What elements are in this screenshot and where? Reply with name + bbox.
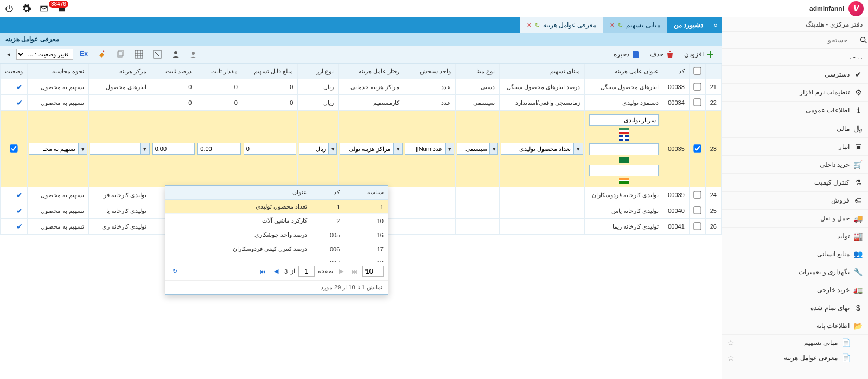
col-calc[interactable]: نحوه محاسبه: [28, 64, 89, 79]
pager-first[interactable]: ⏮: [258, 267, 268, 276]
edit-unit-input[interactable]: [405, 143, 445, 155]
mail-button[interactable]: [39, 4, 49, 14]
sidebar-sub-avamel[interactable]: 📄معرفی عوامل هزینه☆: [722, 350, 856, 365]
sidebar-item-sales[interactable]: 🏷فروش: [722, 192, 868, 210]
sidebar-item-purchase[interactable]: 🛒خرید داخلی: [722, 156, 868, 174]
flag-sa-icon[interactable]: [619, 157, 629, 163]
tab-mabani[interactable]: مبانی تسهیم↻✕: [603, 17, 666, 33]
basis-dropdown[interactable]: ▾: [573, 143, 583, 155]
edit-title-en-input[interactable]: [589, 143, 659, 155]
flag-ir-icon[interactable]: [619, 128, 629, 134]
mabna-dropdown[interactable]: ▾: [490, 143, 499, 155]
calc-dropdown[interactable]: ▾: [78, 143, 87, 155]
sidebar-item-top[interactable]: . . - .: [722, 49, 868, 66]
unit-dropdown[interactable]: ▾: [445, 143, 454, 155]
tool-user-icon[interactable]: [168, 48, 184, 61]
tool-chevron-left[interactable]: ◂: [3, 48, 14, 60]
table-row[interactable]: 22 00034 دستمزد تولیدی زمانسنجی واقعی/اس…: [1, 95, 722, 111]
sidebar-item-transport[interactable]: 🚚حمل و نقل: [722, 210, 868, 228]
popup-row[interactable]: 16005درصد واحد جوشکاری: [165, 228, 388, 242]
sidebar-item-production[interactable]: 🏭تولید: [722, 228, 868, 245]
col-title[interactable]: عنوان عامل هزینه: [584, 64, 663, 79]
col-unit[interactable]: واحد سنجش: [404, 64, 456, 79]
popup-col-title[interactable]: عنوان: [165, 186, 311, 200]
row-checkbox[interactable]: [693, 98, 701, 106]
popup-col-code[interactable]: کد: [311, 186, 344, 200]
tool-grid-icon[interactable]: [131, 48, 147, 61]
edit-title-input[interactable]: [589, 114, 659, 126]
flag-gb-icon[interactable]: [619, 135, 629, 141]
tab-refresh-icon[interactable]: ↻: [618, 22, 623, 29]
status-select[interactable]: تغییر وضعیت : ...: [16, 49, 73, 60]
select-all-checkbox[interactable]: [693, 67, 701, 74]
sidebar-item-foreign-purchase[interactable]: 🚛خرید خارجی: [722, 281, 868, 299]
currency-dropdown[interactable]: ▾: [329, 143, 337, 155]
status-checkbox[interactable]: [10, 144, 17, 152]
save-button[interactable]: ذخیره: [610, 48, 644, 61]
table-row-editing[interactable]: 23 00035: [1, 111, 722, 187]
tool-ex-button[interactable]: Ex: [75, 48, 92, 61]
edit-center-input[interactable]: [90, 143, 141, 155]
col-fixed-pct[interactable]: درصد ثابت: [151, 64, 196, 79]
edit-behavior-input[interactable]: [340, 143, 393, 155]
center-dropdown[interactable]: ▾: [141, 143, 150, 155]
tool-expand-icon[interactable]: [149, 48, 165, 61]
suitcase-button[interactable]: 38476: [56, 4, 67, 14]
power-button[interactable]: [4, 4, 14, 14]
popup-row[interactable]: 18007: [165, 256, 388, 262]
pager-prev[interactable]: ◀: [271, 267, 281, 276]
flag-in-icon[interactable]: [619, 178, 629, 184]
tab-dashboard[interactable]: دشبورد من: [667, 17, 710, 33]
edit-fixedpct-input[interactable]: [152, 143, 195, 155]
row-checkbox[interactable]: [693, 83, 701, 90]
star-icon[interactable]: ☆: [727, 338, 735, 347]
pager-page-input[interactable]: [298, 266, 315, 277]
sidebar-item-hr[interactable]: 👥منابع انسانی: [722, 245, 868, 263]
col-fixed-qty[interactable]: مقدار ثابت: [196, 64, 242, 79]
search-input[interactable]: [722, 32, 853, 48]
table-row[interactable]: 21 00033 انبارهای محصول سینگل درصد انبار…: [1, 79, 722, 95]
page-size-select[interactable]: 10: [362, 266, 384, 277]
pager-next[interactable]: ▶: [336, 267, 346, 276]
settings-button[interactable]: [22, 4, 31, 14]
row-checkbox[interactable]: [693, 191, 701, 198]
col-behavior[interactable]: رفتار عامل هزینه: [339, 64, 404, 79]
star-icon[interactable]: ☆: [727, 353, 735, 362]
popup-scroll[interactable]: شناسه کد عنوان 11تعداد محصول تولیدی 102ک…: [165, 186, 388, 262]
sidebar-sub-mabani[interactable]: 📄مبانی تسهیم☆: [722, 335, 856, 350]
behavior-dropdown[interactable]: ▾: [393, 143, 403, 155]
popup-row[interactable]: 102کارکرد ماشین آلات: [165, 214, 388, 228]
row-checkbox[interactable]: [693, 206, 701, 214]
col-amount[interactable]: مبلغ قابل تسهیم: [242, 64, 298, 79]
sidebar-item-baseinfo[interactable]: 📂اطلاعات پایه: [722, 317, 868, 335]
col-status[interactable]: وضعیت: [1, 64, 28, 79]
edit-basis-input[interactable]: [501, 143, 573, 155]
edit-calc-input[interactable]: [29, 143, 78, 155]
col-code[interactable]: کد: [663, 64, 690, 79]
tool-copy-icon[interactable]: [112, 48, 129, 61]
popup-col-id[interactable]: شناسه: [344, 186, 388, 200]
tab-avamel[interactable]: معرفی عوامل هزینه↻✕: [520, 17, 603, 33]
popup-row[interactable]: 17006درصد کنترل کیفی فردوسکاران: [165, 242, 388, 256]
sidebar-item-access[interactable]: ✔دسترسی: [722, 66, 868, 84]
sidebar-item-settings[interactable]: ⚙تنظیمات نرم افزار: [722, 84, 868, 102]
sidebar-item-maintenance[interactable]: 🔧نگهداری و تعمیرات: [722, 263, 868, 281]
sidebar-item-warehouse[interactable]: ▣انبار: [722, 138, 868, 156]
tab-close-icon[interactable]: ✕: [610, 22, 615, 29]
tabs-chevron[interactable]: »: [710, 17, 722, 33]
row-checkbox[interactable]: [693, 144, 701, 152]
row-checkbox[interactable]: [693, 222, 701, 230]
pager-last[interactable]: ⏭: [349, 267, 359, 276]
edit-mabna-input[interactable]: [457, 143, 490, 155]
sidebar-item-cost[interactable]: $بهای تمام شده: [722, 299, 868, 317]
edit-title-ar-input[interactable]: [589, 165, 659, 176]
sidebar-item-finance[interactable]: ﷼مالی: [722, 119, 868, 138]
sidebar-item-qc[interactable]: ⚗کنترل کیفیت: [722, 174, 868, 192]
col-mabna[interactable]: نوع مبنا: [456, 64, 500, 79]
edit-amount-input[interactable]: [244, 143, 297, 155]
pager-refresh[interactable]: ↻: [170, 267, 180, 276]
delete-button[interactable]: حذف: [646, 48, 678, 61]
col-currency[interactable]: نوع ارز: [298, 64, 339, 79]
sidebar-item-general[interactable]: ℹاطلاعات عمومی: [722, 102, 868, 119]
col-center[interactable]: مرکز هزینه: [89, 64, 151, 79]
